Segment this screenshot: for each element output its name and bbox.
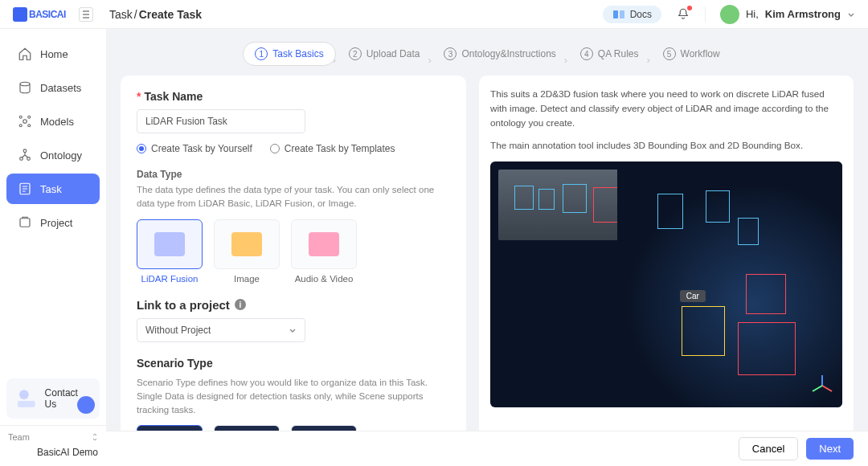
- task-icon: [18, 182, 32, 196]
- step-qa-rules[interactable]: 4QA Rules: [569, 43, 650, 65]
- radio-create-self[interactable]: Create Task by Yourself: [137, 143, 252, 154]
- sidebar-item-label: Ontology: [40, 149, 82, 161]
- breadcrumb-root[interactable]: Task: [109, 8, 133, 21]
- footer: Cancel Next: [106, 431, 868, 466]
- scenario-single-data[interactable]: Single Data: [137, 425, 203, 431]
- svg-point-8: [23, 149, 27, 153]
- folder-icon: [154, 232, 185, 256]
- svg-rect-14: [18, 401, 35, 407]
- data-type-lidar-fusion[interactable]: LiDAR Fusion: [137, 219, 203, 284]
- svg-point-3: [23, 120, 27, 124]
- team-selector[interactable]: Team: [0, 425, 106, 445]
- preview-description-1: This suits a 2D&3D fusion task where you…: [490, 87, 842, 130]
- preview-image: Car: [490, 161, 842, 407]
- sidebar-item-ontology[interactable]: Ontology: [6, 140, 100, 170]
- docs-icon: [612, 10, 625, 19]
- svg-line-17: [813, 386, 822, 391]
- step-upload-data[interactable]: 2Upload Data: [338, 43, 432, 65]
- cancel-button[interactable]: Cancel: [739, 437, 798, 460]
- notification-dot: [687, 6, 692, 10]
- breadcrumb-current: Create Task: [139, 8, 202, 21]
- sidebar-item-project[interactable]: Project: [6, 207, 100, 238]
- svg-point-6: [19, 125, 22, 127]
- sidebar-item-label: Project: [40, 217, 72, 229]
- next-button[interactable]: Next: [806, 438, 854, 460]
- scenario-4d-bev[interactable]: 4D BEV: [291, 425, 357, 431]
- svg-line-16: [822, 386, 832, 391]
- preview-description-2: The main annotation tool includes 3D Bou…: [490, 138, 842, 153]
- user-menu[interactable]: Hi, Kim Armstrong: [720, 5, 855, 24]
- task-name-input[interactable]: [137, 109, 305, 133]
- sidebar-item-label: Task: [40, 183, 62, 195]
- preview-label-tag: Car: [680, 290, 706, 302]
- scenario-title: Scenario Type: [137, 357, 450, 370]
- folder-icon: [231, 232, 262, 256]
- logo[interactable]: BASICAI: [13, 7, 69, 22]
- project-icon: [18, 215, 32, 230]
- models-icon: [18, 114, 32, 129]
- sidebar-item-home[interactable]: Home: [6, 39, 100, 69]
- svg-point-2: [20, 82, 30, 86]
- svg-rect-1: [620, 10, 624, 18]
- step-workflow[interactable]: 5Workflow: [652, 43, 731, 65]
- step-task-basics[interactable]: 1Task Basics: [243, 42, 335, 66]
- svg-point-13: [19, 390, 29, 399]
- sort-icon: [92, 432, 98, 442]
- header: BASICAI Task/Create Task Docs Hi, Kim Ar…: [0, 0, 868, 29]
- sidebar-collapse-button[interactable]: [79, 7, 93, 22]
- axis-gizmo-icon: [810, 374, 834, 398]
- team-name: BasicAI Demo: [0, 445, 106, 466]
- svg-rect-0: [613, 10, 618, 18]
- svg-point-7: [28, 125, 31, 127]
- form-panel: *Task Name Create Task by Yourself Creat…: [121, 76, 466, 431]
- radio-create-template[interactable]: Create Task by Templates: [270, 143, 395, 154]
- chat-icon: [77, 396, 95, 414]
- home-icon: [18, 47, 32, 61]
- link-project-title: Link to a project i: [137, 298, 450, 312]
- task-name-label: *Task Name: [137, 90, 450, 103]
- info-icon[interactable]: i: [235, 299, 246, 310]
- link-project-select[interactable]: Without Project: [137, 318, 305, 342]
- svg-point-5: [28, 116, 31, 118]
- sidebar-item-datasets[interactable]: Datasets: [6, 72, 100, 103]
- avatar: [720, 5, 739, 24]
- scenario-scene[interactable]: Scene: [214, 425, 280, 431]
- sidebar-item-label: Datasets: [40, 82, 81, 94]
- svg-point-4: [19, 116, 22, 118]
- stepper: 1Task Basics › 2Upload Data › 3Ontology&…: [106, 29, 868, 76]
- data-type-image[interactable]: Image: [214, 219, 280, 284]
- sidebar-item-models[interactable]: Models: [6, 106, 100, 137]
- data-type-heading: Data Type: [137, 169, 450, 180]
- preview-panel: This suits a 2D&3D fusion task where you…: [479, 76, 854, 431]
- sidebar-item-label: Models: [40, 116, 74, 128]
- sidebar: Home Datasets Models Ontology Task Proje…: [0, 29, 106, 466]
- sidebar-item-label: Home: [40, 48, 68, 60]
- notifications-button[interactable]: [676, 7, 690, 22]
- data-type-audio-video[interactable]: Audio & Video: [291, 219, 357, 284]
- step-ontology-instructions[interactable]: 3Ontology&Instructions: [432, 43, 567, 65]
- folder-icon: [309, 232, 339, 256]
- chevron-down-icon: [847, 10, 855, 18]
- svg-rect-12: [20, 219, 30, 227]
- breadcrumb: Task/Create Task: [109, 8, 202, 21]
- contact-illustration-icon: [14, 386, 39, 411]
- docs-button[interactable]: Docs: [603, 6, 661, 23]
- sidebar-item-task[interactable]: Task: [6, 174, 100, 204]
- content-area: 1Task Basics › 2Upload Data › 3Ontology&…: [106, 29, 868, 431]
- ontology-icon: [18, 148, 32, 162]
- datasets-icon: [18, 80, 32, 95]
- chevron-down-icon: [289, 326, 297, 334]
- scenario-help: Scenario Type defines how you would like…: [137, 376, 450, 418]
- data-type-help: The data type defines the data type of y…: [137, 183, 450, 211]
- contact-us-card[interactable]: Contact Us: [6, 378, 100, 419]
